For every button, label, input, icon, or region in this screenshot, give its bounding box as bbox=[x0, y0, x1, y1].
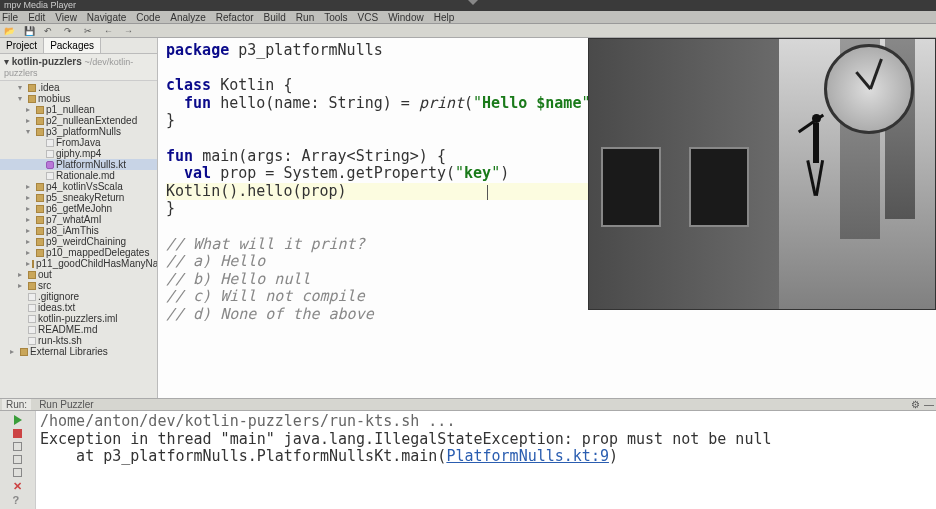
package-folder-icon bbox=[36, 194, 44, 202]
undo-icon[interactable]: ↶ bbox=[44, 26, 54, 36]
menu-refactor[interactable]: Refactor bbox=[216, 12, 254, 23]
tree-item-p2-nulleanextended[interactable]: ▸p2_nulleanExtended bbox=[0, 115, 157, 126]
menu-analyze[interactable]: Analyze bbox=[170, 12, 206, 23]
menu-navigate[interactable]: Navigate bbox=[87, 12, 126, 23]
tree-item-p5-sneakyreturn[interactable]: ▸p5_sneakyReturn bbox=[0, 192, 157, 203]
kotlin-file-icon bbox=[46, 161, 54, 169]
tree-item-readme-md[interactable]: README.md bbox=[0, 324, 157, 335]
tree-item-p3-platformnulls[interactable]: ▾p3_platformNulls bbox=[0, 126, 157, 137]
tree-item-p10-mappeddelegates[interactable]: ▸p10_mappedDelegates bbox=[0, 247, 157, 258]
tree-item--idea[interactable]: ▾.idea bbox=[0, 82, 157, 93]
forward-icon[interactable]: → bbox=[124, 26, 134, 36]
output-toggle-icon[interactable] bbox=[13, 455, 22, 464]
menu-vcs[interactable]: VCS bbox=[358, 12, 379, 23]
menu-code[interactable]: Code bbox=[136, 12, 160, 23]
menu-edit[interactable]: Edit bbox=[28, 12, 45, 23]
chevron-down-icon: ▾ bbox=[4, 56, 9, 67]
tree-item-p8-iamthis[interactable]: ▸p8_iAmThis bbox=[0, 225, 157, 236]
tree-item-p11-goodchildhasmanynames[interactable]: ▸p11_goodChildHasManyNames bbox=[0, 258, 157, 269]
stacktrace-link[interactable]: PlatformNulls.kt:9 bbox=[446, 447, 609, 465]
tree-item-giphy-mp4[interactable]: giphy.mp4 bbox=[0, 148, 157, 159]
package-folder-icon bbox=[36, 205, 44, 213]
prop-assign: prop = System.getProperty( bbox=[211, 164, 455, 182]
menu-tools[interactable]: Tools bbox=[324, 12, 347, 23]
chevron-right-icon: ▸ bbox=[26, 236, 34, 247]
minimize-icon[interactable]: — bbox=[924, 399, 934, 410]
tree-item-platformnulls-kt[interactable]: PlatformNulls.kt bbox=[0, 159, 157, 170]
code-editor[interactable]: package p3_platformNulls class Kotlin { … bbox=[158, 38, 936, 398]
tree-item-p9-weirdchaining[interactable]: ▸p9_weirdChaining bbox=[0, 236, 157, 247]
window-icon bbox=[601, 147, 661, 227]
stop-icon[interactable] bbox=[13, 429, 22, 438]
file-icon bbox=[46, 172, 54, 180]
layout-icon[interactable] bbox=[13, 442, 22, 451]
menu-window[interactable]: Window bbox=[388, 12, 424, 23]
tree-item-p4-kotlinvsscala[interactable]: ▸p4_kotlinVsScala bbox=[0, 181, 157, 192]
back-icon[interactable]: ← bbox=[104, 26, 114, 36]
tree-item-label: run-kts.sh bbox=[38, 335, 82, 346]
file-icon bbox=[28, 326, 36, 334]
chevron-right-icon: ▸ bbox=[26, 214, 34, 225]
tree-item-fromjava[interactable]: FromJava bbox=[0, 137, 157, 148]
redo-icon[interactable]: ↷ bbox=[64, 26, 74, 36]
tree-item-label: kotlin-puzzlers.iml bbox=[38, 313, 117, 324]
tree-item-label: p5_sneakyReturn bbox=[46, 192, 124, 203]
menu-run[interactable]: Run bbox=[296, 12, 314, 23]
tree-item-p7-whatami[interactable]: ▸p7_whatAmI bbox=[0, 214, 157, 225]
tree-root[interactable]: ▾ kotlin-puzzlers ~/dev/kotlin-puzzlers bbox=[0, 54, 157, 81]
help-icon[interactable]: ? bbox=[13, 495, 23, 505]
scroll-icon[interactable] bbox=[13, 468, 22, 477]
tree-item-external-libraries[interactable]: ▸External Libraries bbox=[0, 346, 157, 357]
fun-main-sig: main(args: Array<String>) { bbox=[202, 147, 446, 165]
tree-tab-project[interactable]: Project bbox=[0, 38, 44, 53]
tree-item-run-kts-sh[interactable]: run-kts.sh bbox=[0, 335, 157, 346]
cut-icon[interactable]: ✂ bbox=[84, 26, 94, 36]
caret-icon bbox=[487, 185, 488, 200]
call-hello: Kotlin().hello(prop) bbox=[166, 182, 347, 200]
tree-item-rationale-md[interactable]: Rationale.md bbox=[0, 170, 157, 181]
tree-item-p6-getmejohn[interactable]: ▸p6_getMeJohn bbox=[0, 203, 157, 214]
package-folder-icon bbox=[36, 106, 44, 114]
tree-item-label: ideas.txt bbox=[38, 302, 75, 313]
chevron-right-icon: ▸ bbox=[26, 225, 34, 236]
tree-item-p1-nullean[interactable]: ▸p1_nullean bbox=[0, 104, 157, 115]
chevron-down-icon: ▾ bbox=[18, 93, 26, 104]
menu-view[interactable]: View bbox=[55, 12, 77, 23]
str-key: key bbox=[464, 164, 491, 182]
save-icon[interactable]: 💾 bbox=[24, 26, 34, 36]
tree-item-label: README.md bbox=[38, 324, 97, 335]
tab-run-puzzler[interactable]: Run Puzzler bbox=[35, 399, 97, 410]
tree-item-ideas-txt[interactable]: ideas.txt bbox=[0, 302, 157, 313]
tree-item-out[interactable]: ▸out bbox=[0, 269, 157, 280]
tree-item--gitignore[interactable]: .gitignore bbox=[0, 291, 157, 302]
tree-item-mobius[interactable]: ▾mobius bbox=[0, 93, 157, 104]
tree-item-kotlin-puzzlers-iml[interactable]: kotlin-puzzlers.iml bbox=[0, 313, 157, 324]
toolbar: 📂 💾 ↶ ↷ ✂ ← → bbox=[0, 24, 936, 38]
tree-item-label: FromJava bbox=[56, 137, 100, 148]
menu-build[interactable]: Build bbox=[264, 12, 286, 23]
tree-item-src[interactable]: ▸src bbox=[0, 280, 157, 291]
package-folder-icon bbox=[36, 238, 44, 246]
tree-item-label: p2_nulleanExtended bbox=[46, 115, 137, 126]
quote: " bbox=[455, 164, 464, 182]
paren: ( bbox=[464, 94, 473, 112]
menu-help[interactable]: Help bbox=[434, 12, 455, 23]
tab-run[interactable]: Run: bbox=[2, 399, 31, 410]
run-panel: ✕ ? /home/anton/dev/kotlin-puzzlers/run-… bbox=[0, 411, 936, 509]
file-icon bbox=[28, 304, 36, 312]
open-icon[interactable]: 📂 bbox=[4, 26, 14, 36]
hanging-man-figure bbox=[804, 114, 828, 199]
tree-tab-packages[interactable]: Packages bbox=[44, 38, 101, 53]
tree-item-label: p8_iAmThis bbox=[46, 225, 99, 236]
settings-icon[interactable]: ⚙ bbox=[911, 399, 920, 410]
clear-icon[interactable]: ✕ bbox=[13, 481, 23, 491]
video-overlay bbox=[588, 38, 936, 310]
package-folder-icon bbox=[36, 128, 44, 136]
console-output[interactable]: /home/anton/dev/kotlin-puzzlers/run-kts.… bbox=[36, 411, 936, 509]
tree-item-label: .gitignore bbox=[38, 291, 79, 302]
chevron-right-icon: ▸ bbox=[18, 269, 26, 280]
menu-file[interactable]: File bbox=[2, 12, 18, 23]
title-bar: mpv Media Player bbox=[0, 0, 936, 11]
paren: ) bbox=[500, 164, 509, 182]
rerun-icon[interactable] bbox=[14, 415, 22, 425]
